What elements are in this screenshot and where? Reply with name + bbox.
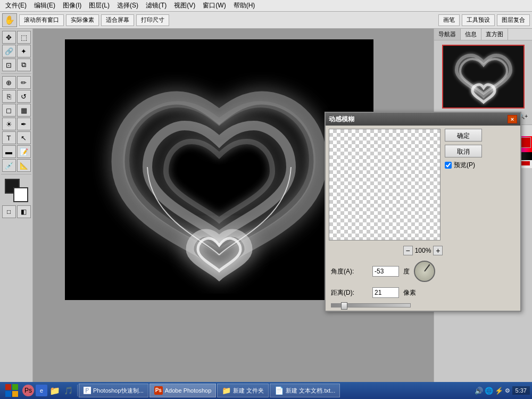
angle-unit: 度 <box>403 267 410 276</box>
zoom-minus-btn[interactable]: − <box>403 246 413 255</box>
menu-file[interactable]: 文件(E) <box>2 0 30 11</box>
navigator-tabs: 导航器 信息 直方图 <box>434 29 532 40</box>
text-tool[interactable]: T <box>2 131 16 144</box>
slice-tool[interactable]: ⧉ <box>17 59 31 71</box>
tool-preset-btn[interactable]: 工具预设 <box>462 14 495 26</box>
dialog-cancel-btn[interactable]: 取消 <box>445 145 482 157</box>
angle-needle <box>424 264 430 272</box>
magic-wand[interactable]: ✦ <box>17 45 31 57</box>
tab-histogram[interactable]: 直方图 <box>481 29 508 40</box>
color-selector <box>5 179 28 202</box>
menu-select[interactable]: 选择(S) <box>114 0 142 11</box>
quick-mask[interactable]: ◧ <box>17 205 31 218</box>
start-logo <box>4 383 19 398</box>
angle-input[interactable] <box>372 266 399 277</box>
scroll-all-btn[interactable]: 滚动所有窗口 <box>19 14 64 26</box>
taskbar-icon-ie[interactable]: e <box>36 385 47 396</box>
tab-navigator[interactable]: 导航器 <box>434 29 461 40</box>
menu-help[interactable]: 帮助(H) <box>230 0 259 11</box>
taskbar-ps-quick-icon: 🅿 <box>84 386 91 395</box>
fit-screen-btn[interactable]: 适合屏幕 <box>101 14 134 26</box>
distance-slider-track[interactable] <box>331 303 411 307</box>
taskbar-item-psquick[interactable]: 🅿 Photoshop快速制... <box>79 384 148 397</box>
tool-sep-1 <box>1 73 31 74</box>
history-brush[interactable]: ↺ <box>17 90 31 103</box>
taskbar-ps-quick-label: Photoshop快速制... <box>93 387 144 395</box>
notes-tool[interactable]: 📝 <box>17 145 31 158</box>
heal-brush[interactable]: ⊕ <box>2 76 16 89</box>
eraser-tool[interactable]: ◻ <box>2 104 16 117</box>
taskbar-folder-label: 新建 文件夹 <box>233 387 264 395</box>
taskbar-icon-media[interactable]: 🎵 <box>62 385 74 396</box>
svg-rect-1 <box>5 384 11 390</box>
tray-icon-network[interactable]: 🌐 <box>485 387 493 395</box>
menu-view[interactable]: 视图(V) <box>171 0 198 11</box>
gradient-tool[interactable]: ▦ <box>17 104 31 117</box>
path-select[interactable]: ↖ <box>17 131 31 144</box>
tab-info[interactable]: 信息 <box>461 29 481 40</box>
taskbar-folder-icon: 📁 <box>222 386 231 395</box>
dialog-right-buttons: 确定 取消 预览(P) <box>445 129 517 240</box>
taskbar-notepad-label: 新建 文本文档.txt... <box>286 387 335 395</box>
print-size-btn[interactable]: 打印尺寸 <box>136 14 169 26</box>
menu-filter[interactable]: 滤镜(T) <box>143 0 170 11</box>
dialog-close-btn[interactable]: × <box>508 115 517 123</box>
layer-comp-btn[interactable]: 图层复合 <box>497 14 530 26</box>
dialog-controls: 角度(A): 度 距离(D): 像素 <box>326 257 520 311</box>
taskbar-item-folder[interactable]: 📁 新建 文件夹 <box>217 384 269 397</box>
red-swatch[interactable] <box>520 137 531 148</box>
angle-dial[interactable] <box>414 261 435 282</box>
left-toolbox: ✥ ⬚ 🔗 ✦ ⊡ ⧉ ⊕ ✏ ⎘ ↺ ◻ ▦ ☀ ✒ T ↖ <box>0 29 33 382</box>
distance-control-row: 距离(D): 像素 <box>331 287 515 298</box>
menu-layer[interactable]: 图层(L) <box>86 0 113 11</box>
distance-slider-thumb[interactable] <box>341 302 347 310</box>
dialog-zoom-value: 100% <box>415 247 431 254</box>
taskbar: Ps e 📁 🎵 🅿 Photoshop快速制... Ps Adobe Phot… <box>0 382 532 399</box>
dialog-title-bar: 动感模糊 × <box>326 113 520 126</box>
measure-tool[interactable]: 📐 <box>17 159 31 172</box>
actual-pixels-btn[interactable]: 实际像素 <box>66 14 99 26</box>
pen-tool[interactable]: ✒ <box>17 118 31 130</box>
dialog-preview-area[interactable] <box>329 129 440 240</box>
tray-icon-power[interactable]: ⚡ <box>495 387 503 395</box>
taskbar-icon-ps[interactable]: Ps <box>22 385 34 396</box>
preview-label: 预览(P) <box>454 161 475 170</box>
taskbar-item-ps[interactable]: Ps Adobe Photoshop <box>149 384 216 397</box>
standard-mode[interactable]: □ <box>2 205 16 218</box>
taskbar-icon-folder[interactable]: 📁 <box>49 385 61 396</box>
menu-image[interactable]: 图像(I) <box>60 0 85 11</box>
start-button[interactable] <box>2 383 21 398</box>
distance-input[interactable] <box>372 287 399 298</box>
mode-buttons: □ ◧ <box>2 205 31 218</box>
toolbar-right: 画笔 工具预设 图层复合 <box>438 14 530 26</box>
svg-rect-2 <box>12 384 18 390</box>
system-clock[interactable]: 5:37 <box>512 386 530 395</box>
tray-icon-settings[interactable]: ⚙ <box>505 387 510 394</box>
dodge-tool[interactable]: ☀ <box>2 118 16 130</box>
nav-preview-image[interactable] <box>442 45 525 109</box>
nav-svg <box>443 46 523 107</box>
menu-bar: 文件(E) 编辑(E) 图像(I) 图层(L) 选择(S) 滤镜(T) 视图(V… <box>0 0 532 12</box>
hand-tool[interactable]: ✋ <box>2 13 17 27</box>
background-color[interactable] <box>13 187 28 202</box>
menu-window[interactable]: 窗口(W) <box>200 0 229 11</box>
toolbar: ✋ 滚动所有窗口 实际像素 适合屏幕 打印尺寸 画笔 工具预设 图层复合 <box>0 12 532 29</box>
move-tool[interactable]: ✥ <box>2 31 16 44</box>
dialog-preview-checkbox-row: 预览(P) <box>445 161 517 170</box>
brush-btn[interactable]: 画笔 <box>438 14 460 26</box>
eyedropper-tool[interactable]: 💉 <box>2 159 16 172</box>
zoom-plus-btn[interactable]: + <box>433 246 443 255</box>
preview-checkbox[interactable] <box>445 162 452 169</box>
taskbar-item-notepad[interactable]: 📄 新建 文本文档.txt... <box>270 384 340 397</box>
selection-tool[interactable]: ⬚ <box>17 31 31 44</box>
clone-tool[interactable]: ⎘ <box>2 90 16 103</box>
shape-tool[interactable]: ▬ <box>2 145 16 158</box>
lasso-tool[interactable]: 🔗 <box>2 45 16 57</box>
tray-icon-sound[interactable]: 🔊 <box>475 387 483 395</box>
crop-tool[interactable]: ⊡ <box>2 59 16 71</box>
dialog-ok-btn[interactable]: 确定 <box>445 129 482 142</box>
svg-rect-3 <box>5 391 11 397</box>
brush-tool[interactable]: ✏ <box>17 76 31 89</box>
svg-rect-4 <box>12 391 18 397</box>
menu-edit[interactable]: 编辑(E) <box>31 0 59 11</box>
